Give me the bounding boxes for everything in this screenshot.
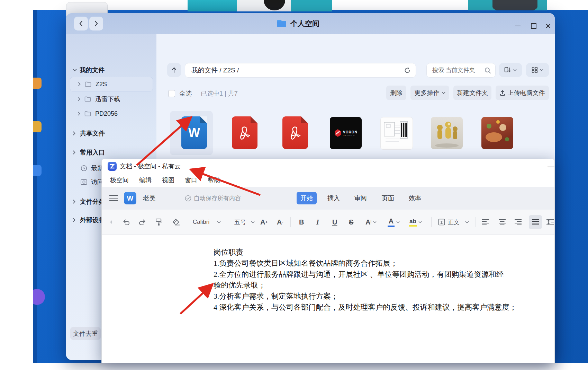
select-all-label[interactable]: 全选 xyxy=(179,89,192,98)
sidebar-item-z2s[interactable]: Z2S xyxy=(70,77,153,91)
autosave-check-icon xyxy=(185,195,191,202)
font-size-select[interactable]: 五号 xyxy=(234,210,256,235)
italic-button[interactable]: I xyxy=(316,210,319,235)
align-justify-button[interactable] xyxy=(529,215,542,229)
chevron-right-icon[interactable] xyxy=(78,112,80,116)
schematic-drawing xyxy=(381,117,413,149)
maximize-button[interactable] xyxy=(528,21,539,31)
sidebar-item-my-files[interactable]: 我的文件 xyxy=(66,64,163,76)
menu-view[interactable]: 视图 xyxy=(162,176,174,184)
redo-button[interactable] xyxy=(138,210,146,235)
tab-page[interactable]: 页面 xyxy=(380,192,396,204)
tab-insert[interactable]: 插入 xyxy=(326,192,341,204)
select-all-checkbox[interactable] xyxy=(168,90,175,97)
desktop-icon-fragment[interactable] xyxy=(33,121,42,132)
undo-button[interactable] xyxy=(123,210,130,235)
desktop-icon-fragment[interactable] xyxy=(33,78,42,89)
doc-line[interactable]: 3.分析客户需求，制定落地执行方案； xyxy=(214,291,518,302)
font-family-select[interactable]: Calibri xyxy=(193,210,227,235)
strikethrough-button[interactable]: S xyxy=(349,210,353,235)
app-logo-icon xyxy=(108,162,117,171)
align-left-icon xyxy=(482,219,489,225)
more-actions-button[interactable]: 更多操作 xyxy=(410,86,449,100)
chevron-right-icon[interactable] xyxy=(78,82,81,86)
doc-minimize-button[interactable]: — xyxy=(548,159,554,174)
doc-titlebar[interactable]: 文档 - 极空间 - 私有云 — xyxy=(102,159,554,174)
search-input[interactable] xyxy=(432,67,481,74)
open-doc-name[interactable]: 老吴 xyxy=(143,187,156,210)
sidebar-item-shared[interactable]: 共享文件 xyxy=(66,127,163,139)
align-center-button[interactable] xyxy=(498,210,506,235)
visited-icon xyxy=(81,179,87,185)
forward-button[interactable] xyxy=(89,17,103,30)
close-button[interactable] xyxy=(543,21,553,31)
sidebar-item-thunder[interactable]: 迅雷下载 xyxy=(66,93,168,105)
eraser-icon xyxy=(172,219,180,226)
file-thumbnail-zone[interactable] xyxy=(473,111,516,155)
upload-button[interactable]: 上传电脑文件 xyxy=(496,86,549,100)
sidebar-item-common-entry[interactable]: 常用入口 xyxy=(66,147,163,158)
file-thumbnail-zone[interactable]: W xyxy=(170,111,213,155)
highlight-color-button[interactable]: ab xyxy=(409,210,422,235)
bold-button[interactable]: B xyxy=(299,210,304,235)
search-icon[interactable] xyxy=(485,67,491,74)
grow-font-button[interactable]: A+ xyxy=(260,210,268,235)
format-painter-button[interactable] xyxy=(155,210,163,235)
file-thumbnail-zone[interactable] xyxy=(423,111,465,155)
doc-line[interactable]: 4 深化客户关系，与公司各部门配合，及时处理客户的反馈、投诉和建议，提高客户满意… xyxy=(214,302,518,313)
file-thumbnail-zone[interactable] xyxy=(372,111,415,155)
paragraph-style-select[interactable]: 正文 xyxy=(438,210,469,235)
menu-edit[interactable]: 编辑 xyxy=(139,176,152,184)
clear-format-button[interactable] xyxy=(172,210,180,235)
path-bar[interactable]: 我的文件 / Z2S / xyxy=(185,63,416,78)
underline-button[interactable]: U xyxy=(332,210,337,235)
doc-line[interactable]: 验的优先录取； xyxy=(214,280,518,291)
menu-jikongjian[interactable]: 极空间 xyxy=(110,176,129,184)
document-body[interactable]: 岗位职责 1.负责公司餐饮类目区域知名餐饮品牌的商务合作拓展； 2.全方位的进行… xyxy=(214,247,518,313)
desktop-icon-fragment[interactable] xyxy=(33,165,42,176)
line-spacing-button[interactable] xyxy=(546,210,554,235)
search-box[interactable] xyxy=(426,63,496,78)
dedupe-button[interactable]: 文件去重 xyxy=(70,327,101,340)
font-color-button[interactable]: A xyxy=(388,210,400,235)
shrink-font-button[interactable]: A- xyxy=(277,210,283,235)
sidebar-item-pd2056[interactable]: PD2056 xyxy=(66,108,168,120)
sidebar-item-label: 迅雷下载 xyxy=(95,95,120,103)
menu-help[interactable]: 帮助 xyxy=(208,176,220,184)
tab-home[interactable]: 开始 xyxy=(297,192,317,204)
acrobat-glyph xyxy=(288,125,302,141)
menu-window[interactable]: 窗口 xyxy=(185,176,197,184)
align-right-icon xyxy=(514,219,522,225)
file-thumbnail-zone[interactable] xyxy=(220,111,263,155)
back-button[interactable] xyxy=(74,17,88,30)
collapse-toolbar-button[interactable] xyxy=(109,210,113,235)
doc-line[interactable]: 1.负责公司餐饮类目区域知名餐饮品牌的商务合作拓展； xyxy=(214,258,518,269)
desktop-icon-fragment[interactable] xyxy=(33,289,45,305)
new-folder-button[interactable]: 新建文件夹 xyxy=(453,86,491,100)
tab-efficiency[interactable]: 效率 xyxy=(407,192,423,204)
screen: 匕 个人空间 xyxy=(0,0,588,370)
fm-titlebar[interactable]: 个人空间 xyxy=(66,13,555,34)
file-thumbnail-zone[interactable]: VORON DESIGN xyxy=(322,111,364,155)
minimize-button[interactable] xyxy=(513,21,523,31)
align-right-button[interactable] xyxy=(514,210,522,235)
sort-button[interactable] xyxy=(499,63,522,77)
doc-line[interactable]: 岗位职责 xyxy=(214,247,518,258)
hamburger-menu-icon[interactable] xyxy=(109,195,118,201)
breadcrumb[interactable]: 我的文件 / Z2S / xyxy=(191,66,239,75)
chevron-down-icon xyxy=(442,92,445,94)
view-mode-button[interactable] xyxy=(526,63,549,77)
chevron-down-icon xyxy=(217,221,221,223)
align-center-icon xyxy=(498,219,506,225)
align-left-button[interactable] xyxy=(482,210,489,235)
folder-outline-icon xyxy=(85,81,91,87)
chevron-right-icon[interactable] xyxy=(78,97,80,101)
file-thumbnail-zone[interactable] xyxy=(271,111,314,155)
doc-line[interactable]: 2.全方位的进行服务品牌跟进与沟通，开展社区 、单位等团购活动，有团购渠道资源和… xyxy=(214,269,518,280)
delete-button[interactable]: 删除 xyxy=(386,86,406,100)
text-effects-button[interactable]: Ai xyxy=(365,210,377,235)
up-button[interactable] xyxy=(167,63,181,77)
refresh-icon[interactable] xyxy=(404,67,411,74)
background-window-fragment xyxy=(291,0,332,11)
tab-review[interactable]: 审阅 xyxy=(353,192,368,204)
